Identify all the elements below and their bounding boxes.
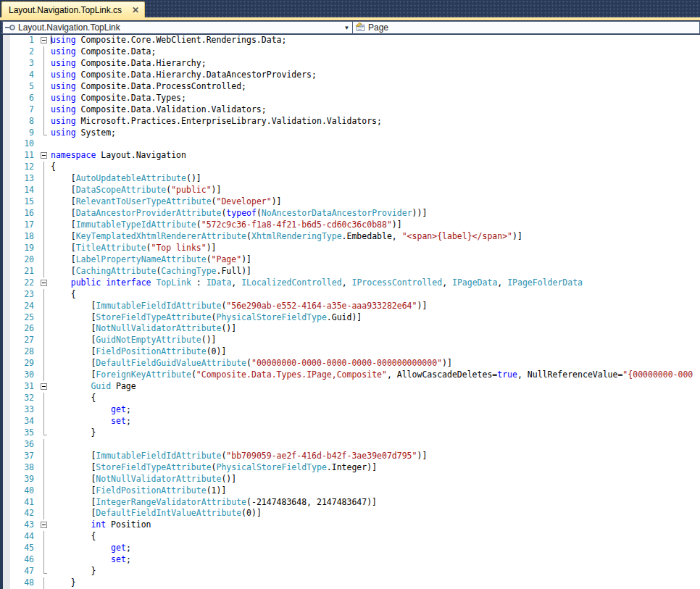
outlining-margin (38, 277, 51, 289)
code-line: 27 [GuidNotEmptyAttribute()] (0, 335, 700, 346)
member-dropdown[interactable]: Page (353, 21, 700, 34)
code-line: 35 } (0, 427, 700, 439)
indicator-margin (3, 474, 10, 485)
code-line: 40 [FieldPositionAttribute(1)] (0, 485, 700, 497)
line-number: 48 (10, 577, 38, 589)
indicator-margin (3, 381, 10, 393)
code-text: namespace Layout.Navigation (51, 150, 700, 162)
line-number: 21 (10, 266, 38, 277)
code-text: { (51, 162, 700, 173)
line-number: 2 (10, 46, 38, 58)
code-text: } (51, 577, 700, 589)
code-line: 5using Composite.Data.ProcessControlled; (0, 81, 700, 93)
indicator-margin (3, 462, 10, 474)
code-text: { (51, 393, 700, 404)
outlining-margin (38, 173, 51, 185)
outlining-margin (38, 70, 51, 81)
code-line: 42 [DefaultFieldIntValueAttribute(0)] (0, 508, 700, 519)
collapse-toggle-icon[interactable] (41, 522, 47, 528)
line-number: 18 (10, 231, 38, 243)
code-text: using Composite.Data.Hierarchy.DataAnces… (51, 70, 700, 81)
close-icon[interactable]: ✕ (132, 6, 139, 14)
type-dropdown-value: Layout.Navigation.TopLink (18, 22, 341, 33)
code-text: [ImmutableFieldIdAttribute("56e290ab-e55… (51, 301, 700, 312)
indicator-margin (3, 393, 10, 404)
line-number: 7 (10, 104, 38, 116)
line-number: 4 (10, 70, 38, 81)
indicator-margin (3, 70, 10, 81)
code-line: 13 [AutoUpdatebleAttribute()] (0, 173, 700, 185)
code-line: 16 [DataAncestorProviderAttribute(typeof… (0, 208, 700, 220)
line-number: 37 (10, 451, 38, 462)
indicator-margin (3, 531, 10, 543)
outlining-margin (38, 81, 51, 93)
line-number: 27 (10, 335, 38, 346)
code-line: 4using Composite.Data.Hierarchy.DataAnce… (0, 70, 700, 81)
indicator-margin (3, 173, 10, 185)
code-line: 17 [ImmutableTypeIdAttribute("572c9c36-f… (0, 220, 700, 231)
line-number: 40 (10, 485, 38, 497)
collapse-toggle-icon[interactable] (41, 383, 47, 390)
line-number: 23 (10, 289, 38, 301)
indicator-margin (3, 323, 10, 335)
code-text: } (51, 566, 700, 577)
indicator-margin (3, 335, 10, 346)
outlining-margin (38, 93, 51, 104)
code-line: 19 [TitleAttribute("Top links")] (0, 243, 700, 254)
code-text: [DataAncestorProviderAttribute(typeof(No… (51, 208, 700, 220)
code-text: [ImmutableTypeIdAttribute("572c9c36-f1a8… (51, 220, 700, 231)
indicator-margin (3, 451, 10, 462)
indicator-margin (3, 254, 10, 266)
outlining-margin (38, 312, 51, 324)
code-text: [NotNullValidatorAttribute()] (51, 474, 700, 485)
indicator-margin (3, 185, 10, 196)
code-line: 31 Guid Page (0, 381, 700, 393)
collapse-toggle-icon[interactable] (41, 152, 47, 159)
code-line: 15 [RelevantToUserTypeAttribute("Develop… (0, 196, 700, 208)
code-line: 20 [LabelPropertyNameAttribute("Page")] (0, 254, 700, 266)
member-dropdown-value: Page (368, 22, 699, 33)
indicator-margin (3, 289, 10, 301)
collapse-toggle-icon[interactable] (41, 37, 47, 43)
line-number: 14 (10, 185, 38, 196)
outlining-margin (38, 427, 51, 439)
code-text: using Composite.Core.WebClient.Rendering… (51, 35, 700, 46)
indicator-margin (3, 277, 10, 289)
collapse-toggle-icon[interactable] (41, 280, 47, 286)
active-document-tab[interactable]: Layout.Navigation.TopLink.cs ✕ (1, 1, 145, 17)
code-line: 44 { (0, 531, 700, 543)
code-line: 47 } (0, 566, 700, 577)
property-page-icon (354, 22, 366, 33)
line-number: 33 (10, 404, 38, 416)
code-text: int Position (51, 519, 700, 531)
line-number: 1 (10, 35, 38, 46)
code-text: [TitleAttribute("Top links")] (51, 243, 700, 254)
indicator-margin (3, 312, 10, 324)
line-number: 43 (10, 519, 38, 531)
line-number: 31 (10, 381, 38, 393)
outlining-margin (38, 196, 51, 208)
code-text: public interface TopLink : IData, ILocal… (51, 277, 700, 289)
line-number: 47 (10, 566, 38, 577)
code-line: 38 [StoreFieldTypeAttribute(PhysicalStor… (0, 462, 700, 474)
code-line: 3using Composite.Data.Hierarchy; (0, 58, 700, 70)
indicator-margin (3, 416, 10, 427)
outlining-margin (38, 150, 51, 162)
indicator-margin (3, 196, 10, 208)
indicator-margin (3, 46, 10, 58)
code-text: [NotNullValidatorAttribute()] (51, 323, 700, 335)
type-dropdown[interactable]: Layout.Navigation.TopLink ▼ (2, 21, 353, 34)
indicator-margin (3, 358, 10, 369)
code-text: [FieldPositionAttribute(1)] (51, 485, 700, 497)
code-line: 28 [FieldPositionAttribute(0)] (0, 346, 700, 358)
indicator-margin (3, 485, 10, 497)
chevron-down-icon[interactable]: ▼ (341, 22, 352, 33)
line-number: 16 (10, 208, 38, 220)
interface-lollipop-icon (4, 22, 16, 33)
outlining-margin (38, 266, 51, 277)
code-area[interactable]: 1using Composite.Core.WebClient.Renderin… (0, 35, 700, 589)
code-text (51, 439, 700, 451)
outlining-margin (38, 462, 51, 474)
outlining-margin (38, 543, 51, 554)
indicator-margin (3, 369, 10, 381)
